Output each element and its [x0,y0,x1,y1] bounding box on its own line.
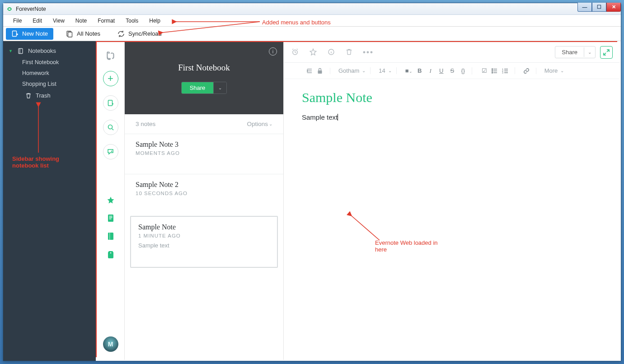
indent-icon[interactable] [306,68,314,74]
minimize-button[interactable]: — [577,3,592,12]
content-frame: + [96,41,621,361]
note-card-snippet: Sample text [138,242,270,249]
notebook-title: First Notebook [178,63,230,73]
notebook-share-label: Share [182,82,214,93]
maximize-button[interactable]: ☐ [592,3,606,12]
note-card-title: Sample Note 3 [136,140,272,149]
note-card-title: Sample Note 2 [136,181,272,189]
new-note-icon [11,30,19,37]
link-icon[interactable] [523,68,531,74]
svg-rect-3 [19,48,23,53]
rail-notebooks-icon[interactable] [106,232,115,241]
share-label: Share [555,47,584,58]
all-notes-label: All Notes [77,30,100,37]
note-list-bar: 3 notes Options⌄ [125,114,283,132]
svg-rect-6 [108,215,113,222]
chevron-down-icon: ⌄ [213,82,226,93]
menu-note[interactable]: Note [70,16,92,26]
window-controls: — ☐ ✕ [577,3,621,12]
menu-tools[interactable]: Tools [120,16,144,26]
svg-rect-10 [108,233,113,240]
menu-edit[interactable]: Edit [27,16,47,26]
strikethrough-icon[interactable]: S [448,67,456,74]
rail-new-note-button[interactable]: + [103,71,118,86]
code-icon[interactable]: {} [459,67,467,74]
sidebar-item-first-notebook[interactable]: First Notebook [3,57,96,68]
menu-view[interactable]: View [47,16,70,26]
number-list-icon[interactable]: 123 [502,68,510,74]
notebook-info-icon[interactable]: i [269,47,277,56]
notebook-share-button[interactable]: Share ⌄ [181,82,227,94]
note-card-selected[interactable]: Sample Note 1 MINUTE AGO Sample text [130,216,278,268]
trash-icon[interactable] [345,48,353,57]
svg-point-5 [108,125,112,129]
svg-point-17 [492,70,493,71]
toolbar: New Note All Notes Sync/Reload [3,27,621,41]
bullet-list-icon[interactable] [491,68,499,74]
rail-user-avatar[interactable]: M [103,336,118,352]
sidebar-trash[interactable]: Trash [3,89,96,102]
svg-rect-7 [109,216,112,216]
rail-workchat-button[interactable] [103,144,118,159]
color-icon[interactable]: ■⌄ [405,67,413,74]
svg-rect-4 [108,100,112,106]
svg-rect-15 [318,70,322,74]
font-name: Gotham [338,67,359,74]
notebook-icon [17,48,24,54]
app-body: ▼ Notebooks First Notebook Homework Shop… [3,41,621,361]
star-icon[interactable] [309,48,317,57]
svg-rect-0 [13,31,17,36]
rail-tags-icon[interactable] [106,250,115,259]
font-family-select[interactable]: Gotham ⌄ [334,67,371,74]
window-frame: ForeverNote — ☐ ✕ File Edit View Note Fo… [3,3,621,361]
note-card[interactable]: Sample Note 3 MOMENTS AGO [125,134,283,174]
new-note-button[interactable]: New Note [6,28,53,40]
rail-notes-button[interactable] [103,95,118,111]
caret-down-icon: ▼ [9,49,13,53]
chevron-down-icon: ⌄ [388,68,392,73]
italic-icon[interactable]: I [427,67,435,75]
note-list: Sample Note 3 MOMENTS AGO Sample Note 2 … [125,132,283,360]
sync-button[interactable]: Sync/Reload [113,28,166,39]
editor-body[interactable]: Sample Note Sample text [284,79,620,360]
sync-icon [117,30,125,37]
svg-rect-2 [68,32,72,37]
underline-icon[interactable]: U [437,67,446,74]
lock-icon[interactable] [317,68,325,74]
editor-share-button[interactable]: Share ⌄ [555,46,596,58]
sidebar-notebooks-header[interactable]: ▼ Notebooks [3,45,96,57]
more-tools-button[interactable]: More ⌄ [540,67,569,74]
svg-point-12 [110,252,111,254]
menu-help[interactable]: Help [144,16,166,26]
all-notes-button[interactable]: All Notes [61,28,105,39]
note-count-label: 3 notes [136,121,155,127]
bold-icon[interactable]: B [416,67,424,74]
checkbox-icon[interactable]: ☑ [480,67,488,74]
note-options-button[interactable]: Options⌄ [247,121,272,127]
menu-format[interactable]: Format [92,16,120,26]
expand-icon[interactable] [600,46,613,59]
svg-rect-8 [109,217,112,218]
note-text[interactable]: Sample text [302,113,338,121]
app-icon [6,5,13,13]
svg-point-16 [492,69,493,70]
note-editor: ••• Share ⌄ [284,42,620,360]
note-card[interactable]: Sample Note 2 10 SECONDS AGO [125,174,283,214]
font-size-select[interactable]: 14 ⌄ [374,67,396,74]
more-icon[interactable]: ••• [363,48,374,57]
trash-icon [25,93,32,99]
reminder-icon[interactable] [291,48,299,57]
notebook-header: i First Notebook Share ⌄ [125,42,283,114]
sidebar-item-homework[interactable]: Homework [3,68,96,79]
rail-search-button[interactable] [103,120,118,135]
close-button[interactable]: ✕ [606,3,621,12]
svg-rect-9 [109,219,111,219]
sidebar-item-shopping-list[interactable]: Shopping List [3,79,96,89]
titlebar: ForeverNote — ☐ ✕ [3,3,621,15]
rail-notes-icon[interactable] [106,214,115,223]
info-icon[interactable] [327,48,335,57]
trash-label: Trash [36,92,51,99]
note-title[interactable]: Sample Note [302,90,602,105]
rail-shortcuts-icon[interactable] [106,196,115,205]
menu-file[interactable]: File [8,16,27,26]
